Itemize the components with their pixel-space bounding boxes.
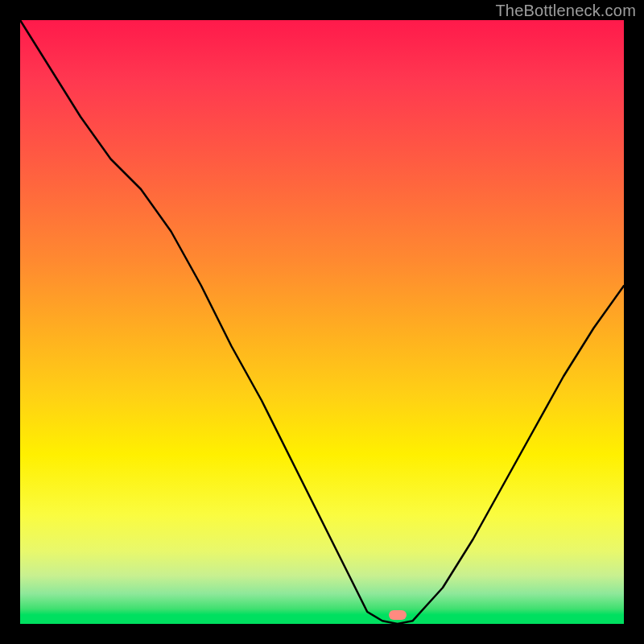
- optimal-marker: [389, 610, 407, 620]
- watermark-text: TheBottleneck.com: [495, 2, 636, 20]
- bottleneck-curve: [20, 20, 624, 624]
- chart-frame: TheBottleneck.com: [0, 0, 644, 644]
- plot-area: [20, 20, 624, 624]
